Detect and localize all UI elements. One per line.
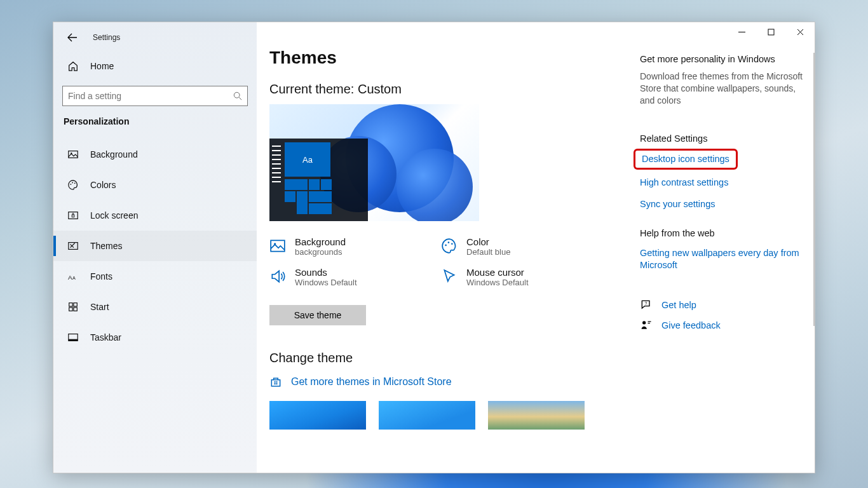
help-heading: Help from the web — [640, 228, 803, 238]
nav-start[interactable]: Start — [53, 292, 257, 322]
option-sub: Default blue — [466, 247, 510, 257]
svg-point-3 — [71, 152, 72, 154]
start-icon — [67, 301, 79, 313]
nav-item-label: Background — [90, 149, 138, 159]
nav-taskbar[interactable]: Taskbar — [53, 322, 257, 353]
nav-section-label: Personalization — [53, 115, 257, 139]
link-sync-your-settings[interactable]: Sync your settings — [640, 199, 803, 209]
svg-rect-2 — [69, 151, 78, 158]
svg-point-5 — [72, 182, 73, 184]
svg-text:A: A — [72, 275, 76, 281]
option-sub: Windows Default — [466, 278, 529, 287]
theme-options-grid: Backgroundbackgrounds ColorDefault blue … — [269, 234, 621, 290]
svg-point-6 — [74, 182, 76, 184]
give-feedback-label: Give feedback — [661, 320, 721, 330]
svg-text:A: A — [68, 274, 72, 281]
nav-item-label: Taskbar — [90, 332, 121, 342]
search-input[interactable] — [68, 91, 229, 101]
chat-help-icon: ? — [640, 299, 653, 311]
highlight-annotation: Desktop icon settings — [634, 149, 738, 170]
nav-fonts[interactable]: AA Fonts — [53, 261, 257, 292]
aside-column: Get more personality in Windows Download… — [640, 22, 815, 473]
svg-point-21 — [448, 241, 450, 243]
option-background[interactable]: Backgroundbackgrounds — [269, 234, 435, 259]
nav-pane: Settings Home Personalization Background… — [53, 22, 257, 473]
search-icon — [233, 92, 242, 100]
picture-icon — [67, 149, 79, 160]
svg-point-22 — [451, 243, 453, 245]
theme-thumbnail[interactable] — [379, 401, 475, 430]
svg-point-20 — [445, 245, 447, 247]
svg-rect-9 — [69, 243, 78, 250]
fonts-icon: AA — [67, 271, 79, 282]
scrollbar[interactable] — [813, 53, 815, 326]
nav-home-label: Home — [90, 61, 114, 71]
preview-text-tile: Aa — [285, 142, 330, 177]
settings-window: Settings Home Personalization Background… — [53, 22, 815, 473]
option-title: Color — [466, 236, 510, 247]
get-help-label: Get help — [661, 300, 696, 310]
nav-themes[interactable]: Themes — [53, 231, 257, 261]
nav-colors[interactable]: Colors — [53, 170, 257, 200]
nav-list: Background Colors Lock screen Themes AA … — [53, 139, 257, 353]
svg-rect-23 — [275, 381, 276, 383]
link-high-contrast-settings[interactable]: High contrast settings — [640, 177, 803, 187]
svg-rect-13 — [74, 303, 77, 306]
svg-point-28 — [642, 321, 646, 324]
change-theme-heading: Change theme — [269, 351, 621, 365]
nav-item-label: Colors — [90, 180, 116, 190]
window-title: Settings — [93, 33, 120, 42]
back-button[interactable] — [67, 32, 78, 43]
palette-icon — [67, 179, 79, 191]
svg-point-4 — [71, 184, 72, 185]
theme-thumbnail[interactable] — [488, 401, 585, 430]
link-desktop-icon-settings[interactable]: Desktop icon settings — [642, 154, 729, 164]
nav-lock-screen[interactable]: Lock screen — [53, 200, 257, 231]
svg-rect-26 — [276, 383, 277, 384]
get-help-link[interactable]: ? Get help — [640, 299, 803, 311]
minimize-button[interactable] — [727, 22, 756, 41]
cursor-icon — [441, 268, 458, 285]
taskbar-icon — [67, 332, 79, 343]
svg-point-19 — [274, 243, 276, 245]
nav-background[interactable]: Background — [53, 139, 257, 170]
store-link[interactable]: Get more themes in Microsoft Store — [269, 376, 621, 388]
option-color[interactable]: ColorDefault blue — [441, 234, 606, 259]
current-theme-label: Current theme: Custom — [269, 82, 621, 97]
link-wallpapers-help[interactable]: Getting new wallpapers every day from Mi… — [640, 247, 803, 272]
svg-rect-15 — [74, 308, 77, 311]
option-mouse-cursor[interactable]: Mouse cursorWindows Default — [441, 264, 606, 290]
save-theme-button[interactable]: Save theme — [269, 305, 366, 325]
svg-text:?: ? — [645, 301, 648, 306]
nav-home[interactable]: Home — [53, 49, 257, 83]
svg-rect-25 — [275, 383, 276, 384]
search-box[interactable] — [62, 86, 248, 106]
maximize-button[interactable] — [756, 22, 785, 41]
svg-rect-8 — [72, 215, 74, 217]
option-sub: backgrounds — [295, 247, 346, 257]
svg-rect-17 — [69, 339, 78, 341]
window-chrome — [727, 22, 815, 41]
nav-item-label: Themes — [90, 241, 123, 251]
option-title: Sounds — [295, 267, 357, 278]
svg-rect-14 — [69, 308, 72, 311]
lock-screen-icon — [67, 210, 79, 221]
feedback-icon — [640, 319, 653, 332]
give-feedback-link[interactable]: Give feedback — [640, 319, 803, 332]
preview-start-overlay: Aa — [269, 139, 368, 221]
nav-item-label: Lock screen — [90, 210, 138, 220]
theme-thumbnail[interactable] — [269, 401, 366, 430]
option-sub: Windows Default — [295, 278, 357, 287]
promo-title: Get more personality in Windows — [640, 54, 803, 64]
option-title: Mouse cursor — [466, 267, 529, 278]
close-button[interactable] — [785, 22, 815, 41]
store-link-label: Get more themes in Microsoft Store — [291, 376, 452, 388]
home-icon — [67, 60, 79, 72]
palette-icon — [441, 238, 458, 254]
related-settings-heading: Related Settings — [640, 133, 803, 144]
picture-icon — [269, 238, 286, 254]
promo-body: Download free themes from the Microsoft … — [640, 71, 803, 107]
option-sounds[interactable]: SoundsWindows Default — [269, 264, 435, 290]
svg-rect-24 — [276, 381, 277, 383]
svg-rect-0 — [768, 29, 774, 35]
